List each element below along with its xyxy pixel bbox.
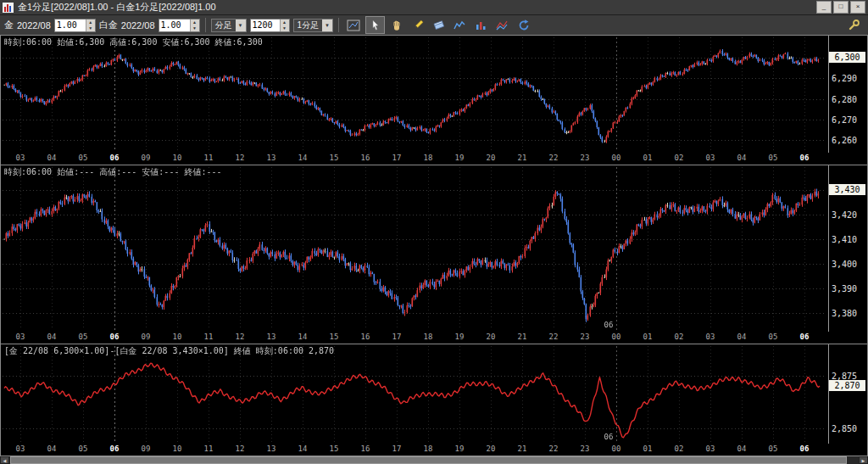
time-axis-label: 23 [581,333,590,341]
bar-chart-icon[interactable] [471,16,491,34]
bar-count-down-icon[interactable]: ▼ [280,25,289,31]
gold-last-price-box: 6,300 [829,52,865,63]
platinum-multiplier-up-icon[interactable]: ▲ [190,20,199,25]
time-axis-label: 19 [455,154,465,162]
chart-scale-icon[interactable] [344,16,364,34]
time-axis-label: 14 [298,333,308,341]
price-tick-label: 6,280 [832,95,857,104]
time-axis-label: 00 [612,333,621,341]
time-axis-label: 00 [612,444,621,453]
scrollbar-thumb[interactable] [10,456,847,464]
price-tick-label: 3,380 [832,309,857,318]
spread-time-axis: 0304050609101112131415161718192021222300… [1,444,867,456]
compare-chart-icon[interactable] [492,16,512,34]
time-axis-label: 06 [110,444,120,453]
bar-count-up-icon[interactable]: ▲ [280,20,289,25]
gold-multiplier-up-icon[interactable]: ▲ [86,20,95,25]
platinum-label: 白金 [99,19,118,31]
timeframe-select[interactable]: 1分足 ▼ [293,19,334,32]
gold-price-axis: 6,3006,2906,2806,2706,2606,300 [828,36,866,153]
time-axis-label: 17 [392,333,402,341]
gold-multiplier-stepper[interactable]: ▲ ▼ [54,19,96,32]
minimize-button[interactable]: _ [816,1,832,14]
time-axis-label: 09 [142,333,151,341]
price-tick-label: 2,850 [832,424,857,433]
price-tick-label: 6,270 [832,115,857,125]
scroll-left-icon[interactable]: ◀ [0,456,9,464]
time-axis-label: 05 [769,444,778,453]
time-axis-label: 23 [581,154,590,162]
platinum-contract-month[interactable]: 2022/08 [121,20,155,31]
gold-label: 金 [4,19,14,31]
chart-panels: 時刻:06:00 始値:6,300 高値:6,300 安値:6,300 終値:6… [0,36,868,456]
time-axis-label: 21 [518,444,527,453]
platinum-multiplier-down-icon[interactable]: ▼ [190,25,199,31]
chevron-down-icon[interactable]: ▼ [322,20,332,31]
scrollbar-track[interactable] [9,456,859,464]
cursor-icon[interactable] [365,16,385,34]
time-axis-label: 06 [110,154,120,162]
time-axis-label: 12 [236,444,245,453]
platinum-price-axis: 3,4303,4203,4103,4003,3903,3803,430 [828,165,866,332]
toolbar-icon-group [344,16,533,34]
time-axis-label: 03 [16,444,25,453]
eraser-icon[interactable] [429,16,448,34]
time-axis-label: 04 [737,333,747,341]
time-axis-label: 18 [424,333,433,341]
window-title: 金1分足[2022/08]1.00 - 白金1分足[2022/08]1.00 [18,1,815,14]
time-axis-label: 20 [487,333,496,341]
hand-icon[interactable] [387,16,406,34]
time-axis-label: 11 [204,333,214,341]
platinum-multiplier-input[interactable] [159,20,190,31]
gold-panel: 時刻:06:00 始値:6,300 高値:6,300 安値:6,300 終値:6… [1,36,867,165]
timeframe-value: 1分足 [298,20,320,31]
price-tick-label: 6,290 [832,74,857,83]
time-axis-label: 03 [16,154,25,162]
gold-multiplier-down-icon[interactable]: ▼ [86,25,95,31]
line-chart-icon[interactable] [450,16,470,34]
spread-panel: [金 22/08 6,300×1.00]-[白金 22/08 3,430×1.0… [1,344,867,456]
toolbar-separator [338,18,339,32]
bar-count-stepper[interactable]: ▲ ▼ [250,19,290,32]
time-axis-label: 09 [142,154,151,162]
pencil-icon[interactable] [408,16,427,34]
price-tick-label: 3,410 [832,235,857,244]
maximize-button[interactable]: □ [833,1,849,14]
close-button[interactable]: × [850,1,865,14]
scroll-right-icon[interactable]: ▶ [859,456,868,464]
time-axis-label: 11 [204,444,214,453]
time-axis-label: 21 [518,154,527,162]
horizontal-scrollbar[interactable]: ◀ ▶ [0,456,868,464]
time-axis-label: 04 [47,333,57,341]
time-axis-label: 14 [298,444,308,453]
time-axis-label: 19 [455,444,465,453]
gold-chart-canvas[interactable] [1,36,828,153]
time-axis-label: 05 [79,333,88,341]
time-axis-label: 18 [424,444,433,453]
refresh-icon[interactable] [514,16,533,34]
bar-count-input[interactable] [251,20,280,31]
time-axis-label: 01 [643,154,653,162]
time-axis-label: 04 [47,444,57,453]
platinum-chart-canvas[interactable] [1,165,828,332]
time-axis-label: 04 [47,154,57,162]
time-axis-label: 15 [330,444,339,453]
spread-last-price-box: 2,870 [829,380,865,391]
time-axis-label: 09 [142,444,151,453]
spread-chart-canvas[interactable] [1,344,828,444]
time-axis-label: 20 [487,154,496,162]
time-axis-label: 05 [769,333,778,341]
time-axis-label: 04 [737,444,747,453]
price-tick-label: 3,420 [832,210,857,220]
period-type-select[interactable]: 分足 ▼ [211,19,247,32]
wrench-icon[interactable] [844,16,864,34]
gold-time-axis: 0304050609101112131415161718192021222300… [1,153,867,165]
gold-multiplier-input[interactable] [55,20,86,31]
gold-contract-month[interactable]: 2022/08 [17,20,51,31]
time-axis-label: 22 [549,154,559,162]
time-axis-label: 16 [361,333,370,341]
time-axis-label: 23 [581,444,590,453]
platinum-multiplier-stepper[interactable]: ▲ ▼ [159,19,200,32]
chevron-down-icon[interactable]: ▼ [236,20,246,31]
toolbar: 金 2022/08 ▲ ▼ 白金 2022/08 ▲ ▼ 分足 ▼ ▲ ▼ 1分… [0,15,868,36]
